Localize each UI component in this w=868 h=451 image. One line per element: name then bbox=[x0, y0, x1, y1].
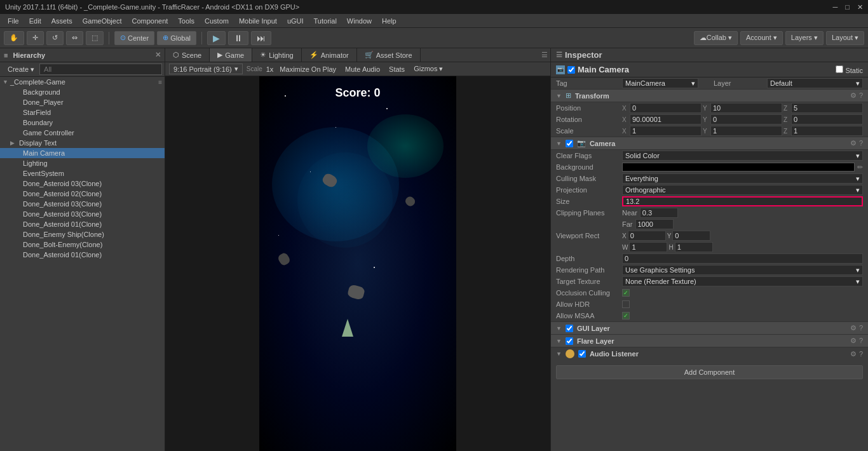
menu-edit[interactable]: Edit bbox=[24, 14, 46, 27]
gui-layer-help-icon[interactable]: ? bbox=[859, 324, 863, 332]
transform-help-icon[interactable]: ? bbox=[859, 91, 863, 100]
menu-tutorial[interactable]: Tutorial bbox=[309, 14, 342, 27]
tree-item-asteroid-03-3[interactable]: Done_Asteroid 03(Clone) bbox=[0, 209, 165, 219]
tree-item-asteroid-01-2[interactable]: Done_Asteroid 01(Clone) bbox=[0, 250, 165, 260]
audio-listener-help-icon[interactable]: ? bbox=[859, 350, 863, 358]
background-color-swatch[interactable] bbox=[622, 163, 855, 172]
tab-animator[interactable]: ⚡ Animator bbox=[302, 48, 357, 62]
maximize-on-play-btn[interactable]: Maximize On Play bbox=[277, 65, 339, 73]
tree-item-asteroid-01-1[interactable]: Done_Asteroid 01(Clone) bbox=[0, 219, 165, 229]
rendering-path-dropdown[interactable]: Use Graphics Settings▾ bbox=[622, 265, 863, 275]
allow-msaa-checkbox[interactable]: ✓ bbox=[622, 312, 630, 320]
culling-mask-dropdown[interactable]: Everything▾ bbox=[622, 173, 863, 184]
play-button[interactable]: ▶ bbox=[207, 31, 226, 45]
clear-flags-dropdown[interactable]: Solid Color▾ bbox=[622, 151, 863, 161]
position-z[interactable] bbox=[791, 103, 863, 113]
background-color-picker[interactable]: ✏ bbox=[857, 163, 863, 172]
gui-layer-settings-icon[interactable]: ⚙ bbox=[850, 324, 857, 332]
gui-layer-enabled[interactable] bbox=[566, 325, 573, 332]
transform-settings-icon[interactable]: ⚙ bbox=[850, 91, 857, 100]
layers-button[interactable]: Layers ▾ bbox=[785, 31, 824, 45]
hierarchy-create-btn[interactable]: Create ▾ bbox=[3, 64, 39, 75]
tree-item-done-player[interactable]: Done_Player bbox=[0, 97, 165, 107]
tool-rect[interactable]: ⬚ bbox=[86, 31, 104, 45]
mute-audio-btn[interactable]: Mute Audio bbox=[342, 65, 383, 73]
tree-item-asteroid-02[interactable]: Done_Asteroid 02(Clone) bbox=[0, 189, 165, 199]
tree-item-bolt-enemy[interactable]: Done_Bolt-Enemy(Clone) bbox=[0, 239, 165, 250]
menu-component[interactable]: Component bbox=[126, 14, 173, 27]
flare-layer-section[interactable]: ▼ Flare Layer ⚙ ? bbox=[551, 334, 868, 347]
tree-item-asteroid-03-1[interactable]: Done_Asteroid 03(Clone) bbox=[0, 178, 165, 189]
scale-x[interactable] bbox=[630, 126, 702, 136]
tool-scale[interactable]: ⇔ bbox=[66, 31, 83, 45]
camera-section-header[interactable]: ▼ 📷 Camera ⚙ ? bbox=[551, 137, 868, 150]
tree-item-asteroid-03-2[interactable]: Done_Asteroid 03(Clone) bbox=[0, 199, 165, 209]
flare-layer-enabled[interactable] bbox=[566, 337, 573, 345]
camera-settings-icon[interactable]: ⚙ bbox=[850, 139, 857, 147]
scale-y[interactable] bbox=[710, 126, 782, 136]
tag-dropdown[interactable]: MainCamera▾ bbox=[622, 78, 698, 88]
gizmos-btn[interactable]: Gizmos ▾ bbox=[411, 65, 445, 73]
menu-custom[interactable]: Custom bbox=[200, 14, 234, 27]
static-checkbox[interactable]: Static bbox=[836, 65, 863, 74]
rotation-y[interactable] bbox=[710, 114, 782, 125]
tree-item-lighting[interactable]: Lighting bbox=[0, 158, 165, 168]
tree-item-main-camera[interactable]: Main Camera bbox=[0, 148, 165, 158]
transform-section-header[interactable]: ▼ ⊞ Transform ⚙ ? bbox=[551, 89, 868, 102]
step-button[interactable]: ⏭ bbox=[251, 31, 271, 45]
occlusion-culling-checkbox[interactable]: ✓ bbox=[622, 289, 630, 297]
near-input[interactable] bbox=[640, 208, 678, 218]
tree-item-enemy-ship[interactable]: Done_Enemy Ship(Clone) bbox=[0, 229, 165, 239]
resolution-dropdown[interactable]: 9:16 Portrait (9:16)▾ bbox=[169, 64, 243, 74]
tab-game[interactable]: ▶ Game bbox=[210, 48, 252, 62]
position-x[interactable] bbox=[630, 103, 702, 113]
center-menu-btn[interactable]: ☰ bbox=[541, 51, 548, 59]
depth-input[interactable] bbox=[622, 253, 863, 264]
size-input[interactable] bbox=[622, 196, 863, 206]
audio-listener-enabled[interactable] bbox=[578, 350, 586, 358]
menu-file[interactable]: File bbox=[3, 14, 24, 27]
projection-dropdown[interactable]: Orthographic▾ bbox=[622, 185, 863, 195]
menu-gameobject[interactable]: GameObject bbox=[78, 14, 127, 27]
viewport-h[interactable] bbox=[675, 242, 713, 252]
tree-item-starfield[interactable]: StarField bbox=[0, 107, 165, 118]
target-texture-dropdown[interactable]: None (Render Texture)▾ bbox=[622, 276, 863, 286]
obj-enabled-checkbox[interactable] bbox=[567, 66, 575, 74]
scale-z[interactable] bbox=[791, 126, 863, 136]
flare-layer-help-icon[interactable]: ? bbox=[859, 337, 863, 345]
tree-item-display-text[interactable]: ▶Display Text bbox=[0, 138, 165, 148]
space-global-btn[interactable]: ⊕ Global bbox=[157, 31, 196, 45]
rotation-x[interactable] bbox=[630, 114, 702, 125]
hierarchy-close[interactable]: ✕ bbox=[155, 51, 161, 59]
stats-btn[interactable]: Stats bbox=[386, 65, 407, 73]
position-y[interactable] bbox=[710, 103, 782, 113]
tree-item-game-controller[interactable]: Game Controller bbox=[0, 128, 165, 138]
layout-button[interactable]: Layout ▾ bbox=[826, 31, 864, 45]
hierarchy-search[interactable] bbox=[39, 64, 162, 75]
tab-scene[interactable]: ⬡ Scene bbox=[165, 48, 210, 62]
menu-window[interactable]: Window bbox=[342, 14, 377, 27]
flare-layer-settings-icon[interactable]: ⚙ bbox=[850, 337, 857, 345]
rotation-z[interactable] bbox=[791, 114, 863, 125]
menu-help[interactable]: Help bbox=[377, 14, 402, 27]
collab-button[interactable]: ☁ Collab ▾ bbox=[694, 31, 738, 45]
close-btn[interactable]: ✕ bbox=[857, 3, 863, 11]
gui-layer-section[interactable]: ▼ GUI Layer ⚙ ? bbox=[551, 321, 868, 334]
menu-mobile-input[interactable]: Mobile Input bbox=[234, 14, 282, 27]
minimize-btn[interactable]: ─ bbox=[833, 3, 838, 11]
layer-dropdown[interactable]: Default▾ bbox=[767, 78, 863, 88]
camera-help-icon[interactable]: ? bbox=[859, 139, 863, 147]
menu-assets[interactable]: Assets bbox=[46, 14, 78, 27]
tool-rotate[interactable]: ↺ bbox=[46, 31, 64, 45]
camera-enabled[interactable] bbox=[566, 140, 573, 147]
far-input[interactable] bbox=[635, 219, 674, 229]
menu-ugui[interactable]: uGUI bbox=[282, 14, 309, 27]
viewport-x[interactable] bbox=[628, 231, 666, 241]
tree-item-background[interactable]: Background bbox=[0, 87, 165, 97]
maximize-btn[interactable]: □ bbox=[845, 3, 850, 11]
tab-asset-store[interactable]: 🛒 Asset Store bbox=[357, 48, 421, 62]
tree-item-boundary[interactable]: Boundary bbox=[0, 118, 165, 128]
tree-item-eventsystem[interactable]: EventSystem bbox=[0, 168, 165, 178]
tree-item-complete-game[interactable]: ▼ _Complete-Game ≡ bbox=[0, 77, 165, 87]
tool-move[interactable]: ✛ bbox=[27, 31, 44, 45]
